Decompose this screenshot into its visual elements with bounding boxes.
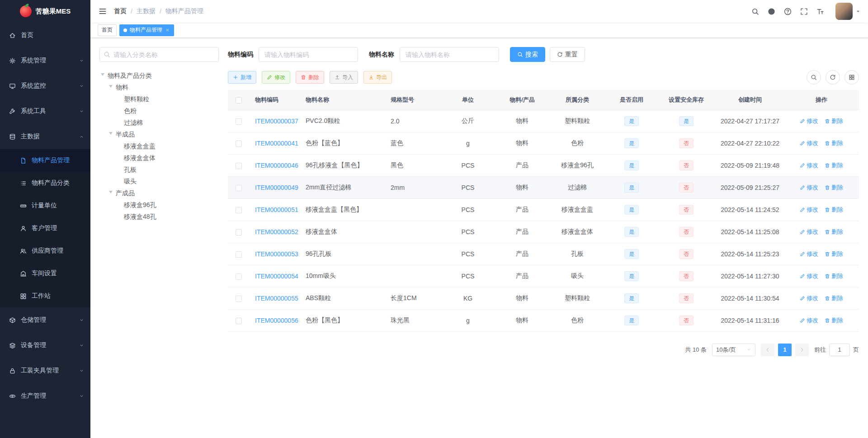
material-code-link[interactable]: ITEM00000052 [255,228,298,235]
row-edit-button[interactable]: 修改 [800,250,818,258]
material-code-link[interactable]: ITEM00000041 [255,140,298,147]
category-search-input[interactable] [99,47,219,62]
tree-node[interactable]: 移液盒盒体 [99,152,219,164]
show-search-button[interactable] [807,70,821,85]
row-delete-button[interactable]: 删除 [825,206,843,214]
row-edit-button[interactable]: 修改 [800,161,818,170]
tree-node[interactable]: 产成品 [99,188,219,199]
material-code-link[interactable]: ITEM00000051 [255,206,298,213]
sidebar-subitem-measure-unit[interactable]: 计量单位 [0,194,90,217]
row-edit-button[interactable]: 修改 [800,294,818,302]
row-delete-button[interactable]: 删除 [825,184,843,192]
material-code-link[interactable]: ITEM00000046 [255,162,298,169]
sidebar-item-system-monitor[interactable]: 系统监控 [0,73,90,99]
export-button[interactable]: 导出 [363,71,392,84]
sidebar-item-warehouse-mgmt[interactable]: 仓储管理 [0,307,90,333]
tree-node[interactable]: 移液盒盒盖 [99,141,219,152]
row-edit-button[interactable]: 修改 [800,184,818,192]
tree-node[interactable]: 物料 [99,82,219,94]
sidebar-subitem-material-product-mgmt[interactable]: 物料产品管理 [0,149,90,172]
material-code-link[interactable]: ITEM00000054 [255,273,298,280]
page-number-button[interactable]: 1 [778,344,792,356]
sidebar-item-master-data[interactable]: 主数据 [0,124,90,149]
row-edit-button[interactable]: 修改 [800,206,818,214]
sidebar-item-system-admin[interactable]: 系统管理 [0,48,90,73]
row-delete-button[interactable]: 删除 [825,139,843,147]
tree-node[interactable]: 孔板 [99,164,219,176]
row-edit-button[interactable]: 修改 [800,228,818,236]
row-delete-button[interactable]: 删除 [825,117,843,125]
tab-material-product-mgmt[interactable]: 物料产品管理 [119,24,174,36]
help-icon[interactable] [784,8,792,15]
select-all-checkbox[interactable] [236,97,242,104]
row-delete-button[interactable]: 删除 [825,161,843,170]
material-name-input[interactable] [400,47,499,62]
github-icon[interactable] [768,8,775,15]
row-edit-button[interactable]: 修改 [800,139,818,147]
sidebar-subitem-customer-mgmt[interactable]: 客户管理 [0,217,90,240]
sidebar-item-home[interactable]: 首页 [0,23,90,48]
tree-node[interactable]: 移液盒96孔 [99,199,219,211]
import-button[interactable]: 导入 [330,71,358,84]
tree-node[interactable]: 物料及产品分类 [99,70,219,82]
row-edit-button[interactable]: 修改 [800,272,818,280]
row-edit-button[interactable]: 修改 [800,316,818,325]
next-page-button[interactable] [795,344,809,356]
tree-node[interactable]: 吸头 [99,176,219,188]
sidebar-subitem-supplier-mgmt[interactable]: 供应商管理 [0,240,90,262]
row-delete-button[interactable]: 删除 [825,294,843,302]
columns-button[interactable] [844,70,859,85]
row-delete-button[interactable]: 删除 [825,250,843,258]
sidebar-subitem-material-product-category[interactable]: 物料产品分类 [0,172,90,194]
tree-node[interactable]: 过滤棉 [99,117,219,129]
row-checkbox[interactable] [236,296,242,302]
goto-page-input[interactable] [829,344,850,356]
delete-button[interactable]: 删除 [296,71,324,84]
refresh-button[interactable] [826,70,840,85]
row-checkbox[interactable] [236,185,242,191]
avatar[interactable] [835,3,853,20]
sidebar-subitem-workshop-settings[interactable]: 车间设置 [0,262,90,285]
material-code-link[interactable]: ITEM00000037 [255,118,298,125]
add-button[interactable]: 新增 [228,71,256,84]
row-checkbox[interactable] [236,163,242,169]
sidebar-item-system-tools[interactable]: 系统工具 [0,99,90,124]
sidebar-subitem-workstation[interactable]: 工作站 [0,285,90,307]
font-size-icon[interactable] [816,8,824,15]
user-menu[interactable] [835,3,861,20]
row-checkbox[interactable] [236,251,242,258]
material-code-link[interactable]: ITEM00000049 [255,184,298,191]
row-checkbox[interactable] [236,318,242,324]
breadcrumb-item[interactable]: 首页 [114,7,127,15]
reset-button[interactable]: 重置 [550,47,585,62]
row-checkbox[interactable] [236,141,242,147]
search-button[interactable]: 搜索 [510,47,545,62]
sidebar-item-equipment-mgmt[interactable]: 设备管理 [0,333,90,358]
prev-page-button[interactable] [761,344,774,356]
row-checkbox[interactable] [236,229,242,235]
row-checkbox[interactable] [236,118,242,125]
row-edit-button[interactable]: 修改 [800,117,818,125]
row-delete-button[interactable]: 删除 [825,228,843,236]
tree-node[interactable]: 色粉 [99,105,219,117]
tab-home[interactable]: 首页 [98,24,117,36]
tree-node[interactable]: 塑料颗粒 [99,94,219,105]
row-checkbox[interactable] [236,207,242,213]
search-icon[interactable] [751,8,759,15]
row-checkbox[interactable] [236,273,242,280]
material-code-link[interactable]: ITEM00000055 [255,295,298,302]
hamburger-menu-icon[interactable] [99,7,107,15]
close-icon[interactable] [165,28,170,33]
row-delete-button[interactable]: 删除 [825,272,843,280]
tree-node[interactable]: 半成品 [99,129,219,141]
edit-button[interactable]: 修改 [262,71,290,84]
breadcrumb-item[interactable]: 主数据 [137,7,156,15]
sidebar-item-production-mgmt[interactable]: 生产管理 [0,383,90,409]
fullscreen-icon[interactable] [800,8,808,15]
tree-node[interactable]: 移液盒48孔 [99,211,219,223]
row-delete-button[interactable]: 删除 [825,316,843,325]
material-code-link[interactable]: ITEM00000053 [255,250,298,258]
page-size-select[interactable]: 10条/页 [712,344,755,356]
sidebar-item-fixture-mgmt[interactable]: 工装夹具管理 [0,358,90,383]
material-code-input[interactable] [259,47,358,62]
